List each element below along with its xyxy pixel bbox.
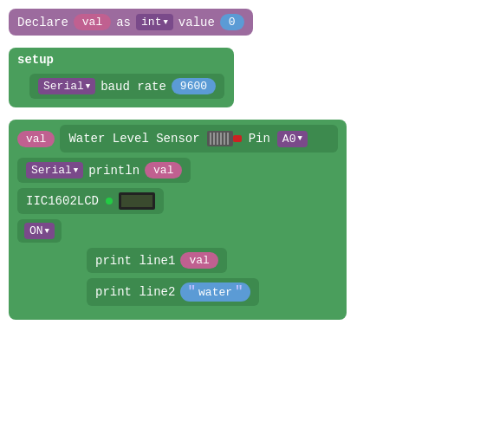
iic-lcd-block: IIC1602LCD	[17, 188, 164, 214]
lcd-row: IIC1602LCD	[17, 188, 338, 214]
as-label: as	[116, 16, 131, 29]
initial-value-pill: 0	[220, 14, 244, 30]
val-pill-3: val	[180, 252, 217, 269]
serial-println-dropdown[interactable]: Serial ▼	[26, 162, 83, 179]
sensor-label: Water Level Sensor	[68, 132, 199, 146]
type-dropdown[interactable]: int ▼	[136, 14, 173, 30]
serial-println-dropdown-arrow-icon: ▼	[74, 166, 78, 175]
print-line2-label: print line2	[95, 285, 175, 299]
pin-dropdown-arrow-icon: ▼	[297, 134, 302, 143]
pin-label: Pin	[249, 132, 270, 146]
on-row: ON ▼	[17, 219, 338, 243]
var-name-pill: val	[74, 14, 111, 30]
value-label: value	[178, 16, 215, 29]
lcd-power-dot	[106, 198, 113, 205]
baud-value-pill: 9600	[172, 78, 216, 94]
lcd-label: IIC1602LCD	[26, 194, 99, 208]
string-water-pill: " water "	[180, 282, 250, 302]
on-dropdown-arrow-icon: ▼	[45, 227, 49, 236]
print-line2-block: print line2 " water "	[87, 278, 259, 306]
open-quote-icon: "	[187, 284, 196, 300]
dropdown-arrow-icon: ▼	[163, 18, 167, 27]
on-dropdown[interactable]: ON ▼	[24, 223, 55, 239]
lcd-icon	[106, 192, 155, 210]
baud-rate-label: baud rate	[101, 80, 166, 94]
print-line1-row: print line1 val	[87, 248, 338, 273]
val-pill-2: val	[145, 162, 182, 179]
setup-header: setup	[17, 53, 225, 67]
lcd-display-icon	[119, 192, 155, 210]
pin-dropdown[interactable]: A0 ▼	[277, 131, 308, 147]
serial-dropdown-arrow-icon: ▼	[86, 82, 90, 91]
print-line2-row: print line2 " water "	[87, 278, 338, 306]
declare-block: Declare val as int ▼ value 0	[9, 9, 253, 36]
water-sensor-icon	[207, 129, 242, 148]
val-pill-1: val	[17, 131, 55, 147]
svg-rect-7	[233, 135, 242, 142]
on-block: ON ▼	[17, 219, 62, 243]
serial-baud-block: Serial ▼ baud rate 9600	[29, 74, 224, 99]
loop-block: val Water Level Sensor	[9, 120, 347, 320]
declare-label: Declare	[17, 16, 68, 29]
print-line1-label: print line1	[95, 254, 175, 268]
print-line1-block: print line1 val	[87, 248, 227, 273]
serial-dropdown[interactable]: Serial ▼	[38, 78, 95, 94]
sensor-row: val Water Level Sensor	[17, 125, 338, 153]
println-label: println	[88, 164, 139, 178]
close-quote-icon: "	[235, 284, 243, 300]
serial-println-block: Serial ▼ println val	[17, 158, 191, 183]
println-row: Serial ▼ println val	[17, 158, 338, 183]
water-sensor-block: Water Level Sensor	[60, 125, 338, 153]
setup-block: setup Serial ▼ baud rate 9600	[9, 48, 234, 107]
